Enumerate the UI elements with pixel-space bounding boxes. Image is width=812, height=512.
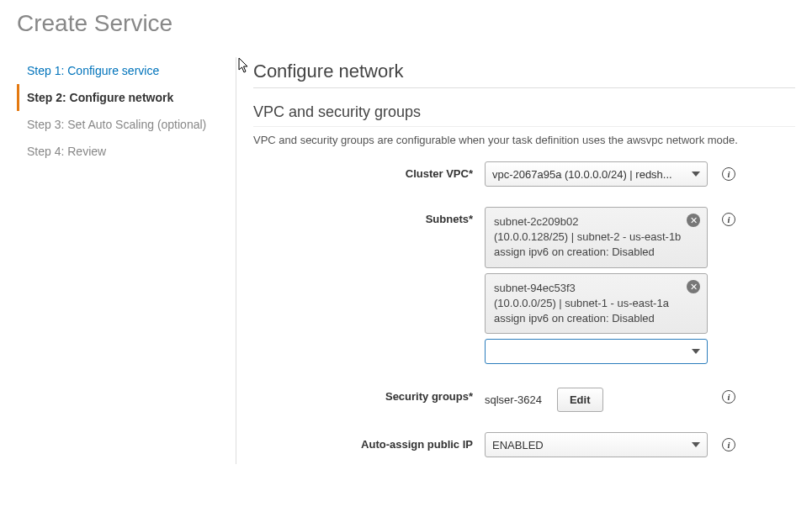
step-review[interactable]: Step 4: Review xyxy=(17,138,226,165)
cluster-vpc-select[interactable]: vpc-2067a95a (10.0.0.0/24) | redsh... xyxy=(485,161,708,187)
section-description: VPC and security groups are configurable… xyxy=(253,134,795,146)
remove-subnet-icon[interactable]: ✕ xyxy=(687,280,700,293)
row-auto-assign-ip: Auto-assign public IP ENABLED i xyxy=(253,432,795,457)
subnet-tag: subnet-94ec53f3 (10.0.0.0/25) | subnet-1… xyxy=(485,273,708,335)
wizard-steps-sidebar: Step 1: Configure service Step 2: Config… xyxy=(17,57,236,464)
subnet-detail: (10.0.0.128/25) | subnet-2 - us-east-1b xyxy=(494,230,681,243)
step-auto-scaling[interactable]: Step 3: Set Auto Scaling (optional) xyxy=(17,111,226,138)
label-security-groups: Security groups* xyxy=(253,384,485,403)
main-panel: Configure network VPC and security group… xyxy=(236,57,795,464)
subnet-ipv6: assign ipv6 on creation: Disabled xyxy=(494,245,655,258)
row-subnets: Subnets* subnet-2c209b02 (10.0.0.128/25)… xyxy=(253,207,795,364)
subnet-tag: subnet-2c209b02 (10.0.0.128/25) | subnet… xyxy=(485,207,708,268)
subnet-ipv6: assign ipv6 on creation: Disabled xyxy=(494,312,655,325)
label-cluster-vpc: Cluster VPC* xyxy=(253,161,485,180)
subnet-detail: (10.0.0.0/25) | subnet-1 - us-east-1a xyxy=(494,297,669,309)
page-title: Create Service xyxy=(17,10,795,37)
remove-subnet-icon[interactable]: ✕ xyxy=(687,214,700,227)
auto-assign-ip-value: ENABLED xyxy=(492,439,544,451)
chevron-down-icon xyxy=(692,349,700,354)
label-auto-assign-ip: Auto-assign public IP xyxy=(253,432,485,451)
edit-security-groups-button[interactable]: Edit xyxy=(557,388,603,412)
info-icon[interactable]: i xyxy=(722,390,735,404)
subnet-id: subnet-94ec53f3 xyxy=(494,282,576,294)
chevron-down-icon xyxy=(692,172,700,177)
row-security-groups: Security groups* sqlser-3624 Edit i xyxy=(253,384,795,412)
info-icon[interactable]: i xyxy=(722,438,735,451)
auto-assign-ip-select[interactable]: ENABLED xyxy=(485,432,708,457)
chevron-down-icon xyxy=(692,442,700,447)
security-group-value: sqlser-3624 xyxy=(485,393,542,406)
info-icon[interactable]: i xyxy=(722,167,735,181)
sub-heading: VPC and security groups xyxy=(253,103,795,127)
subnet-add-select[interactable] xyxy=(485,339,708,364)
row-cluster-vpc: Cluster VPC* vpc-2067a95a (10.0.0.0/24) … xyxy=(253,161,795,187)
subnet-id: subnet-2c209b02 xyxy=(494,215,578,228)
cluster-vpc-value: vpc-2067a95a (10.0.0.0/24) | redsh... xyxy=(492,168,672,181)
step-configure-service[interactable]: Step 1: Configure service xyxy=(17,57,226,84)
label-subnets: Subnets* xyxy=(253,207,485,225)
section-heading: Configure network xyxy=(253,61,795,88)
step-configure-network[interactable]: Step 2: Configure network xyxy=(17,84,226,111)
info-icon[interactable]: i xyxy=(722,213,735,226)
